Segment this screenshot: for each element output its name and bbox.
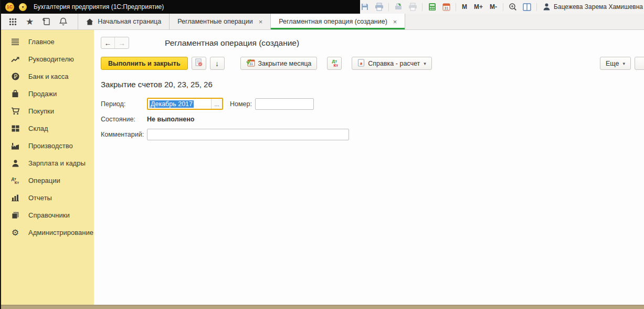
- download-posting-button[interactable]: ↓: [210, 57, 225, 70]
- tab-close-icon[interactable]: ×: [393, 18, 397, 26]
- warehouse-boxes-icon: [10, 125, 20, 132]
- sidebar-item-spravochniki[interactable]: Справочники: [1, 207, 94, 224]
- calendar-check-icon: 31: [246, 58, 255, 68]
- forward-button[interactable]: →: [115, 37, 129, 48]
- section-sidebar: Главное Руководителю Банк и касса Продаж…: [1, 30, 94, 305]
- tab-label: Регламентная операция (создание): [279, 18, 387, 25]
- state-value: Не выполнено: [147, 116, 194, 123]
- calendar-icon[interactable]: 31: [441, 2, 451, 12]
- month-close-button[interactable]: 31 Закрытие месяца: [240, 57, 318, 70]
- form-toolbar: Выполнить и закрыть ↓ 31 Закрытие месяца: [101, 57, 644, 70]
- down-arrow-icon: ↓: [215, 59, 219, 68]
- page-title: Регламентная операция (создание): [165, 38, 299, 48]
- nav-history-group: ← →: [101, 37, 129, 49]
- print-icon[interactable]: [374, 2, 384, 12]
- menu-lines-icon: [10, 38, 20, 46]
- svg-text:a: a: [360, 60, 363, 66]
- memory-m-button[interactable]: M: [461, 3, 468, 11]
- bottom-edge-strip: [1, 305, 644, 309]
- app-window: 1С ▾ Бухгалтерия предприятия (1С:Предпри…: [0, 0, 644, 309]
- chevron-down-icon: ▾: [424, 61, 426, 66]
- print-file-icon[interactable]: [394, 2, 403, 12]
- tab-home[interactable]: Начальная страница: [78, 14, 169, 29]
- sidebar-item-label: Покупки: [28, 107, 54, 115]
- sidebar-item-label: Зарплата и кадры: [28, 159, 86, 167]
- home-icon: [86, 18, 93, 25]
- sidebar-item-label: Руководителю: [28, 55, 74, 63]
- sidebar-item-administrirovanie[interactable]: ⚙ Администрирование: [1, 224, 94, 241]
- tools-menu-icon[interactable]: [9, 18, 17, 26]
- period-picker-button[interactable]: ...: [211, 99, 222, 109]
- operation-heading: Закрытие счетов 20, 23, 25, 26: [101, 80, 644, 89]
- execute-and-close-button[interactable]: Выполнить и закрыть: [101, 57, 188, 70]
- memory-m-plus-button[interactable]: M+: [473, 3, 484, 11]
- navigation-row: ← → Регламентная операция (создание): [101, 37, 644, 49]
- more-button[interactable]: Еще ▾: [600, 57, 631, 70]
- tab-label: Регламентные операции: [177, 18, 252, 25]
- show-postings-dtkt-button[interactable]: ДтКт: [327, 57, 342, 70]
- dt-kt-icon: ДтКт: [10, 177, 20, 184]
- help-calculation-button[interactable]: a Справка - расчет ▾: [352, 57, 431, 70]
- sidebar-item-sklad[interactable]: Склад: [1, 120, 94, 137]
- notifications-bell-icon[interactable]: [59, 17, 67, 26]
- button-label: Выполнить и закрыть: [108, 60, 181, 67]
- state-label: Состояние:: [101, 116, 147, 123]
- main-menu-button[interactable]: ▾: [19, 3, 27, 11]
- trend-up-icon: [10, 56, 20, 63]
- sidebar-item-rukovoditelyu[interactable]: Руководителю: [1, 50, 94, 68]
- tab-reglamentnye-operacii[interactable]: Регламентные операции ×: [169, 14, 270, 29]
- sidebar-item-otchety[interactable]: Отчеты: [1, 189, 94, 207]
- period-value[interactable]: Декабрь 2017: [148, 99, 211, 109]
- split-view-icon[interactable]: [522, 2, 532, 12]
- sidebar-item-proizvodstvo[interactable]: Производство: [1, 137, 94, 154]
- title-bar-left: 1С ▾ Бухгалтерия предприятия (1С:Предпри…: [1, 0, 360, 14]
- current-user[interactable]: Бацежева Зарема Хамишевна: [542, 2, 643, 12]
- ruble-circle-icon: [10, 73, 20, 80]
- sidebar-item-label: Администрирование: [28, 229, 93, 236]
- sidebar-item-prodazhi[interactable]: Продажи: [1, 85, 94, 102]
- comment-label: Комментарий:: [101, 131, 147, 138]
- comment-input[interactable]: [147, 129, 349, 140]
- divider: [536, 3, 537, 11]
- sidebar-item-label: Операции: [28, 177, 60, 184]
- dt-kt-icon: ДтКт: [331, 59, 338, 68]
- books-icon: [10, 212, 20, 219]
- number-input[interactable]: [255, 98, 314, 110]
- print-preview-icon[interactable]: [408, 2, 417, 12]
- button-label: Справка - расчет: [368, 60, 420, 67]
- app-body: Главное Руководителю Банк и касса Продаж…: [1, 30, 644, 305]
- sidebar-item-pokupki[interactable]: Покупки: [1, 102, 94, 120]
- period-field[interactable]: Декабрь 2017 ...: [147, 98, 223, 110]
- title-bar-right: 31 M M+ M- Бацежева Зарема Хамишевна: [360, 0, 644, 14]
- back-button[interactable]: ←: [101, 37, 115, 48]
- operation-form: Период: Декабрь 2017 ... Номер: Состояни…: [101, 98, 644, 140]
- tab-close-icon[interactable]: ×: [259, 18, 263, 26]
- sidebar-item-label: Производство: [28, 142, 73, 150]
- button-label: Закрытие месяца: [258, 60, 312, 67]
- save-icon[interactable]: [360, 2, 369, 12]
- history-icon[interactable]: [43, 17, 50, 26]
- sidebar-item-label: Банк и касса: [28, 73, 69, 80]
- sidebar-item-label: Отчеты: [28, 194, 52, 202]
- sidebar-item-bank-i-kassa[interactable]: Банк и касса: [1, 68, 94, 85]
- sidebar-item-zarplata-i-kadry[interactable]: Зарплата и кадры: [1, 154, 94, 172]
- gear-icon: ⚙: [10, 229, 20, 237]
- tab-reglamentnaya-operaciya-sozdanie[interactable]: Регламентная операция (создание) ×: [270, 14, 405, 29]
- sidebar-item-glavnoe[interactable]: Главное: [1, 33, 94, 50]
- chevron-down-icon: ▾: [622, 61, 625, 66]
- save-record-button[interactable]: [192, 57, 206, 70]
- user-icon: [542, 2, 551, 12]
- calculator-icon[interactable]: [427, 2, 437, 12]
- bar-chart-icon: [10, 194, 20, 201]
- sidebar-item-label: Справочники: [28, 211, 70, 219]
- help-button-partial[interactable]: [635, 57, 644, 70]
- favorites-icon[interactable]: ★: [26, 16, 34, 27]
- sidebar-item-operacii[interactable]: ДтКт Операции: [1, 172, 94, 189]
- user-name: Бацежева Зарема Хамишевна: [554, 3, 643, 11]
- zoom-icon[interactable]: [508, 2, 518, 12]
- memory-m-minus-button[interactable]: M-: [489, 3, 498, 11]
- factory-icon: [10, 142, 20, 150]
- period-label: Период:: [101, 100, 147, 108]
- person-icon: [10, 160, 20, 167]
- state-row: Состояние: Не выполнено: [101, 116, 644, 123]
